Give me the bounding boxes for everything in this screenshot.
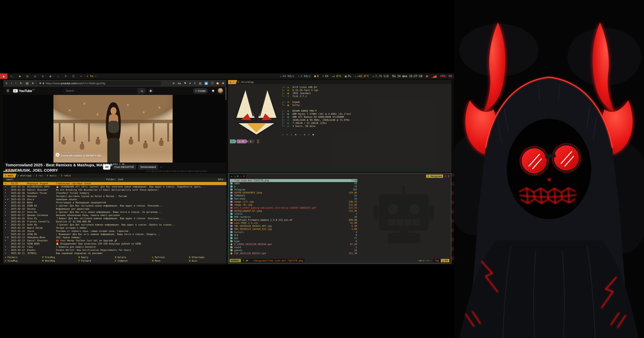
mail-row[interactable]: •2025-02-20YunoHost Forum[YunoHost Forum… bbox=[3, 191, 226, 195]
bookmark-caret-icon[interactable]: ▾ bbox=[189, 82, 191, 85]
workspace-downloads-icon[interactable]: ↓ bbox=[56, 75, 60, 78]
mail-row[interactable]: •2025-02-12ExodusExodus Wallet: New Veri… bbox=[3, 248, 226, 252]
mail-tab[interactable]: 3 rss bbox=[36, 174, 43, 177]
help-command[interactable]: OOtherCmds bbox=[189, 256, 204, 259]
menu-icon[interactable]: ≡ bbox=[6, 82, 8, 85]
file-row[interactable]: 000-razobrat10 bbox=[230, 215, 357, 218]
memory[interactable]: ▭7,76 GiB bbox=[373, 75, 389, 78]
help-command[interactable]: RReply bbox=[78, 256, 88, 259]
mail-row[interactable]: •2025-02-12Гала• Клиенты для вашего бизн… bbox=[3, 245, 226, 248]
browser-scrollbar[interactable] bbox=[226, 87, 226, 100]
workspace-files-icon[interactable]: ▤ bbox=[26, 75, 29, 78]
shield-icon[interactable] bbox=[39, 82, 41, 84]
mail-row[interactable]: •2025-02-19Ольгаприведем заказы bbox=[3, 198, 226, 201]
file-row[interactable]: TORRENTS35 bbox=[230, 194, 357, 197]
file-row[interactable]: gomuks10 bbox=[230, 249, 357, 252]
help-command[interactable]: FForward bbox=[78, 259, 91, 262]
file-row[interactable]: image (17).jpg236,7K bbox=[230, 200, 357, 203]
volume[interactable]: ◄)87% bbox=[332, 75, 341, 78]
file-row[interactable]: Lens-FREE-1.3.zip32,9M bbox=[230, 222, 357, 225]
extension-blue-icon[interactable]: ▣ bbox=[204, 82, 208, 85]
help-command[interactable]: LRefresh bbox=[152, 256, 165, 259]
mail-tab-active[interactable]: 1 mail bbox=[3, 173, 16, 178]
workspace-chat-icon[interactable]: ◗ bbox=[34, 75, 36, 78]
app-launcher-button[interactable]: ▲ bbox=[0, 73, 8, 79]
terminal-tab-active[interactable]: 1 ~ bbox=[228, 80, 237, 84]
mail-row[interactable]: •2025-02-13Лебедева ЮлияSOS! Нужна помощ… bbox=[3, 236, 226, 239]
file-row[interactable]: MiniFuse1_Firmware_Update_1_5_0_212_win.… bbox=[230, 218, 357, 222]
mail-row[interactable]: •2025-02-15OzOn_RU❗Срочно! Для Вас посту… bbox=[3, 223, 226, 226]
workspace-list-icon[interactable]: ☰ bbox=[72, 75, 75, 78]
mail-row[interactable]: •2025-02-19ЮлияРегистрация и Ликвидация … bbox=[3, 201, 226, 204]
search-button[interactable] bbox=[138, 88, 146, 94]
file-row[interactable]: Telegram205 bbox=[230, 188, 357, 191]
file-row[interactable]: VID_20241130_092551.mp4151,3M bbox=[230, 252, 357, 255]
file-row[interactable]: GkC0yLaXgAAP-H2.jpeg112,2K bbox=[230, 209, 357, 212]
file-row[interactable]: Буря0 bbox=[230, 240, 357, 243]
net-down[interactable]: ↓44 KB/s bbox=[280, 75, 294, 78]
avatar[interactable] bbox=[218, 88, 223, 94]
bell[interactable] bbox=[426, 75, 428, 77]
workspace-images-icon[interactable]: ▣ bbox=[49, 75, 52, 78]
reload-icon[interactable]: ↻ bbox=[20, 82, 22, 85]
file-row[interactable]: Пингвины16 bbox=[230, 197, 357, 200]
mail-tab[interactable]: 2 whatsapp bbox=[17, 174, 32, 177]
filter-chip[interactable]: Tomorrowland bbox=[138, 164, 158, 170]
file-row[interactable]: VBOX45 bbox=[230, 182, 357, 185]
url-bar[interactable]: https://www.youtube.com/watch?v=5b8A-jgx… bbox=[37, 81, 161, 86]
workspace-hash-icon[interactable]: # bbox=[64, 75, 67, 78]
file-row[interactable]: IMG_20250128_091825_007.jpg5,1M bbox=[230, 225, 357, 228]
help-command[interactable]: >ViewMsg bbox=[5, 259, 18, 262]
vpn[interactable]: VPN: ON bbox=[440, 75, 452, 78]
mail-row[interactable]: 2025-02-16Ozon_Py❗Важно! Для Вас поступи… bbox=[3, 217, 226, 220]
keyboard-layout[interactable]: ⌨EN bbox=[322, 75, 328, 78]
mail-row[interactable]: •2025-02-18ОксанаИнформация для директор… bbox=[3, 207, 226, 210]
download-icon[interactable]: ↧ bbox=[194, 82, 196, 85]
file-row[interactable]: free-icon-bot-7167276.png7,4K bbox=[230, 179, 357, 182]
notifications-ghost[interactable]: ☗0 bbox=[314, 75, 319, 78]
mail-row[interactable]: •2025-02-20Daniel ShnaiderWe Are Breakin… bbox=[3, 188, 226, 191]
filter-chip[interactable]: All bbox=[103, 164, 110, 170]
mail-row[interactable]: 2025-02-14ЭльзаРеклама от первого лица, … bbox=[3, 229, 226, 233]
file-row[interactable]: image (8).jpg212,4K bbox=[230, 203, 357, 206]
adblock-icon[interactable]: ● bbox=[216, 82, 219, 85]
filter-chip[interactable]: From iNEGATIVE bbox=[112, 164, 136, 170]
mail-tab[interactable]: 5 radio bbox=[61, 174, 71, 177]
workspace-terminal-icon[interactable]: >_ bbox=[10, 75, 14, 78]
file-row[interactable]: oth_A_ardor-gaming-wakizashi_instrukcia_… bbox=[230, 206, 357, 209]
file-row[interactable]: 1231132 bbox=[230, 212, 357, 215]
cpu-load[interactable]: ▦3% bbox=[345, 75, 351, 78]
workspace-bot-icon[interactable]: ◉ bbox=[18, 75, 21, 78]
terminal-tab[interactable]: 2 /h/z/blog bbox=[238, 81, 254, 84]
mail-row[interactable]: •2025-02-11JETMAILВаш надежный подрядчик… bbox=[3, 252, 226, 255]
mail-tab[interactable]: 4 music bbox=[47, 174, 57, 177]
mail-row[interactable]: •2025-02-17Ozon.Ru✉ Срочно! Для Вас есть… bbox=[3, 210, 226, 214]
help-command[interactable]: CCompose bbox=[115, 259, 128, 262]
sidebar-icon[interactable]: ▥ bbox=[199, 82, 202, 85]
file-row[interactable]: sound2 bbox=[230, 246, 357, 249]
mail-row[interactable]: 2025-02-13OZON_NEWS🔔 Поздравляем! Вам на… bbox=[3, 242, 226, 245]
help-command[interactable]: PPrevMsg bbox=[42, 256, 55, 259]
mail-row[interactable]: •2025-02-15Идите ЛесомЧетыре истории о л… bbox=[3, 226, 226, 229]
search-input[interactable]: Search bbox=[63, 88, 138, 93]
mail-row[interactable]: •2025-02-20НеонилаЭкспресс-доставка груз… bbox=[3, 195, 226, 198]
temperature[interactable]: ♨+42.8°C bbox=[354, 75, 369, 78]
signal[interactable]: ▁▄▆ bbox=[432, 75, 436, 78]
workspace-monitor-icon[interactable]: ≈ bbox=[80, 75, 82, 78]
file-row[interactable]: GkFPR-GXUAACWSS.jpeg128,4K bbox=[230, 191, 357, 194]
video-player[interactable]: ☁ Follow My Soundcloud EXEN RECORDS & IN… bbox=[54, 95, 172, 163]
file-row[interactable]: Cursors4 bbox=[230, 231, 357, 234]
file-row[interactable]: mp377 bbox=[230, 237, 357, 240]
help-command[interactable]: <Folders bbox=[5, 256, 18, 259]
fm-tab[interactable]: 1 Загрузки bbox=[426, 175, 443, 178]
voice-search-button[interactable] bbox=[148, 88, 154, 94]
forward-icon[interactable]: › bbox=[15, 82, 16, 85]
screenshot-icon[interactable]: ❐ bbox=[211, 82, 214, 85]
extensions-puzzle-icon[interactable]: ✚ bbox=[222, 82, 224, 85]
file-row[interactable]: OLD0 bbox=[230, 234, 357, 237]
back-icon[interactable]: ‹ bbox=[11, 82, 12, 85]
rss-icon[interactable]: ≋ bbox=[172, 82, 175, 85]
mail-row[interactable]: 2025-02-14OZON_RU✓ Внимание! Для Вас ест… bbox=[3, 233, 226, 236]
mail-row[interactable]: •2025-02-13Daniel Shnaider🧰 Your Warmy T… bbox=[3, 239, 226, 242]
translate-icon[interactable]: Aa bbox=[178, 82, 181, 85]
